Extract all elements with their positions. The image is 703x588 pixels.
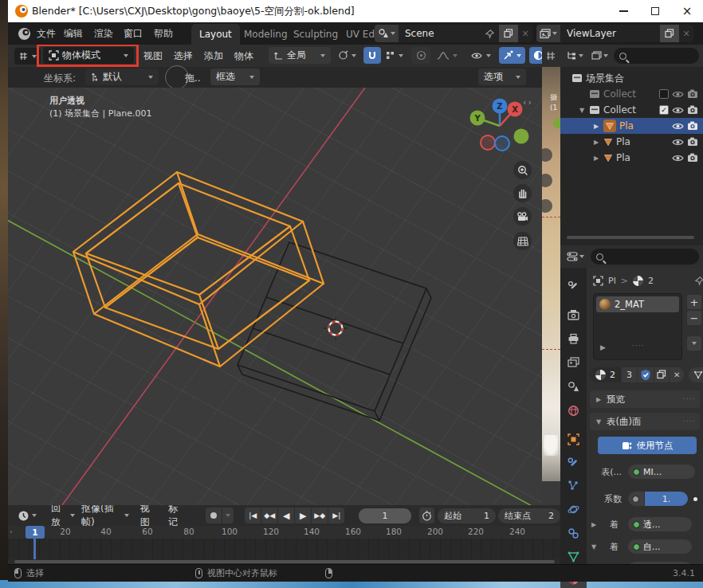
tab-modifiers[interactable] bbox=[560, 453, 587, 473]
prev-keyframe-button[interactable]: ◆◀ bbox=[261, 508, 277, 523]
scene-new-copy-button[interactable] bbox=[499, 25, 518, 42]
tab-render[interactable] bbox=[560, 304, 587, 325]
new-material-button[interactable] bbox=[654, 367, 669, 382]
camera-restrict-icon[interactable] bbox=[687, 89, 698, 99]
viewport-menu-add[interactable]: 添加 bbox=[201, 45, 226, 67]
expand-arrow-icon[interactable]: ▶ bbox=[592, 123, 600, 130]
proportional-falloff-dropdown[interactable] bbox=[433, 47, 461, 64]
outliner-search[interactable] bbox=[614, 48, 699, 64]
menu-render[interactable]: 渲染 bbox=[91, 22, 116, 45]
decorator-dot[interactable] bbox=[693, 497, 697, 501]
outliner-filter-dropdown[interactable] bbox=[589, 48, 611, 65]
breadcrumb-object[interactable]: Pl bbox=[608, 276, 616, 286]
viewport-menu-select[interactable]: 选择 bbox=[171, 45, 196, 67]
expand-arrow-icon[interactable]: ▶ bbox=[592, 155, 600, 162]
region-split-arrows[interactable]: ‹› bbox=[523, 97, 533, 108]
unlink-material-button[interactable]: ✕ bbox=[670, 367, 684, 382]
timeline-menu-view[interactable]: 视图 bbox=[137, 505, 160, 526]
wireframe-cube-unselected[interactable] bbox=[238, 242, 431, 421]
pin-icon[interactable] bbox=[694, 276, 703, 286]
fake-user-button[interactable] bbox=[638, 367, 654, 382]
outliner-row-scene-collection[interactable]: 场景集合 bbox=[560, 70, 703, 86]
playhead-badge[interactable]: 1 bbox=[26, 526, 45, 539]
timeline-frames-area[interactable] bbox=[8, 539, 560, 559]
play-reverse-button[interactable]: ◀ bbox=[278, 508, 294, 523]
outliner-row-collection[interactable]: ▼ Collect ✓ bbox=[560, 102, 703, 118]
auto-key-dropdown[interactable] bbox=[222, 508, 234, 523]
select-mode-dropdown[interactable]: 框选 bbox=[210, 69, 260, 85]
navigation-gizmo[interactable]: Z X Y bbox=[470, 99, 529, 151]
tab-particles[interactable] bbox=[560, 475, 587, 496]
viewlayer-new-copy-button[interactable] bbox=[660, 25, 679, 42]
workspace-tab-layout[interactable]: Layout bbox=[191, 24, 240, 45]
minimize-button[interactable] bbox=[607, 0, 639, 22]
blender-menu-icon[interactable] bbox=[18, 27, 31, 41]
next-keyframe-button[interactable]: ▶◆ bbox=[312, 508, 328, 523]
slot-list-expand[interactable]: ▶ bbox=[600, 343, 606, 351]
menu-file[interactable]: 文件 bbox=[33, 22, 59, 45]
strip-editor-icon[interactable] bbox=[546, 51, 556, 61]
panel-preview[interactable]: ▶ 预览 ···· bbox=[590, 390, 700, 408]
menu-window[interactable]: 窗口 bbox=[120, 22, 146, 45]
timeline-menu-playback[interactable]: 回放 bbox=[48, 505, 78, 526]
eye-icon[interactable] bbox=[672, 154, 684, 163]
scene-unlink-button[interactable]: ✕ bbox=[518, 25, 532, 42]
jump-start-button[interactable]: |◀ bbox=[245, 508, 261, 523]
collection-checkbox-on[interactable]: ✓ bbox=[659, 105, 669, 115]
playhead-line[interactable] bbox=[33, 539, 36, 559]
tab-scene[interactable] bbox=[560, 376, 587, 397]
current-frame-field[interactable]: 1 bbox=[359, 508, 411, 523]
outliner-scrollbar[interactable] bbox=[567, 236, 694, 239]
slot-specials-button[interactable] bbox=[687, 336, 701, 351]
viewport-canvas[interactable]: Z X Y 用户透视 (1) 场景集合 | Plane.001 ‹› bbox=[8, 88, 542, 505]
surface-shader-dropdown[interactable]: MI... bbox=[628, 465, 695, 479]
expand-arrow-icon[interactable]: ▶ bbox=[592, 139, 600, 146]
close-button[interactable]: × bbox=[671, 0, 703, 22]
properties-search[interactable] bbox=[591, 249, 699, 265]
viewlayer-browse-button[interactable] bbox=[536, 25, 560, 42]
snap-target-dropdown[interactable] bbox=[335, 47, 359, 64]
timeline-scrollbar[interactable] bbox=[14, 560, 555, 563]
transform-orientation-dropdown[interactable]: 全局 bbox=[269, 47, 331, 64]
outliner-row-collection-excluded[interactable]: Collect bbox=[560, 86, 703, 102]
frame-end-field[interactable]: 结束点2 bbox=[498, 508, 560, 523]
proportional-edit-button[interactable] bbox=[411, 47, 430, 64]
field-expand-icon[interactable]: ▶ bbox=[590, 521, 598, 528]
tab-output[interactable] bbox=[560, 328, 587, 349]
shader-dropdown[interactable]: 自... bbox=[628, 539, 692, 554]
use-preview-range-button[interactable] bbox=[419, 508, 434, 523]
auto-key-button[interactable] bbox=[206, 508, 222, 523]
collection-checkbox-off[interactable] bbox=[659, 89, 669, 99]
material-specials-dropdown[interactable] bbox=[689, 367, 703, 382]
tab-tool[interactable] bbox=[560, 276, 587, 296]
eye-icon[interactable] bbox=[672, 106, 684, 115]
properties-editor-type-dropdown[interactable] bbox=[564, 249, 587, 265]
viewlayer-name[interactable]: ViewLayer bbox=[560, 28, 660, 39]
panel-grip[interactable]: ···· bbox=[683, 395, 695, 403]
workspace-tab-sculpting[interactable]: Sculpting bbox=[285, 24, 346, 45]
camera-view-button[interactable] bbox=[513, 207, 532, 225]
factor-socket-button[interactable] bbox=[628, 492, 644, 506]
options-dropdown[interactable]: 选项 bbox=[478, 69, 526, 85]
outliner-row-object-active[interactable]: ▶ Pla bbox=[560, 118, 703, 134]
tab-constraints[interactable] bbox=[560, 523, 587, 543]
menu-edit[interactable]: 编辑 bbox=[61, 22, 86, 45]
ortho-toggle-button[interactable] bbox=[513, 232, 532, 250]
timeline-ruler[interactable]: 20 40 60 80 100 120 140 160 180 200 220 … bbox=[8, 526, 560, 539]
eye-icon[interactable] bbox=[672, 122, 684, 131]
tab-object[interactable] bbox=[560, 429, 587, 449]
gizmos-dropdown[interactable] bbox=[499, 47, 525, 64]
camera-restrict-icon[interactable] bbox=[687, 121, 698, 131]
coord-system-dropdown[interactable]: 默认 bbox=[85, 69, 159, 85]
timeline-menu-markers[interactable]: 标记 bbox=[165, 505, 188, 526]
camera-restrict-icon[interactable] bbox=[687, 137, 698, 147]
use-nodes-button[interactable]: 使用节点 bbox=[598, 437, 697, 454]
frame-start-field[interactable]: 起始1 bbox=[438, 508, 496, 523]
tab-view-layer[interactable] bbox=[560, 352, 587, 373]
jump-end-button[interactable]: ▶| bbox=[328, 508, 344, 523]
maximize-button[interactable] bbox=[639, 0, 671, 22]
camera-viewport-strip[interactable]: 摄 (1 bbox=[542, 45, 560, 505]
scene-browse-button[interactable] bbox=[375, 25, 399, 42]
panel-grip[interactable]: ···· bbox=[683, 417, 695, 425]
outliner-display-mode-dropdown[interactable] bbox=[564, 48, 586, 65]
